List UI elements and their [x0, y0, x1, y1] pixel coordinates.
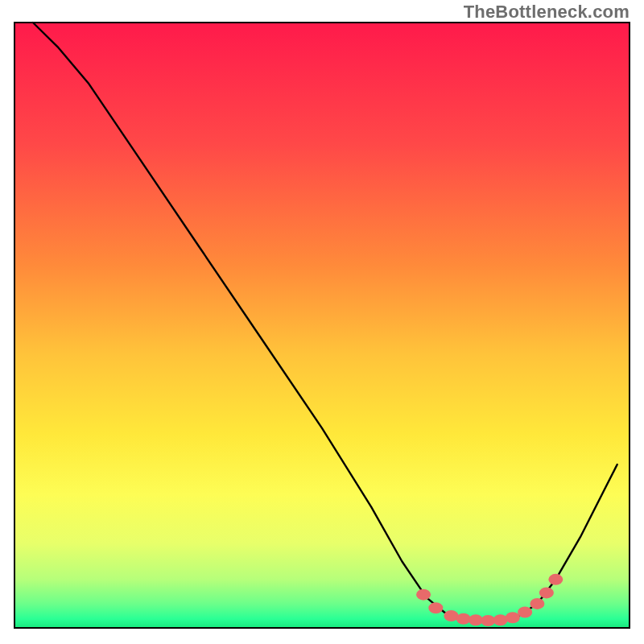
- highlighted-point: [456, 613, 471, 625]
- highlighted-point: [518, 606, 532, 617]
- highlighted-point: [506, 612, 520, 623]
- highlighted-point: [428, 602, 443, 613]
- highlighted-point: [493, 614, 508, 625]
- watermark-text: TheBottleneck.com: [464, 2, 630, 23]
- highlighted-point: [481, 615, 495, 626]
- highlighted-point: [539, 587, 554, 598]
- chart-container: TheBottleneck.com: [0, 0, 644, 644]
- highlighted-point: [548, 574, 563, 585]
- highlighted-point: [444, 610, 458, 621]
- plot-background: [14, 23, 630, 628]
- highlighted-point: [416, 589, 431, 601]
- highlighted-point: [530, 598, 544, 609]
- bottleneck-chart: [0, 0, 644, 644]
- highlighted-point: [469, 614, 483, 625]
